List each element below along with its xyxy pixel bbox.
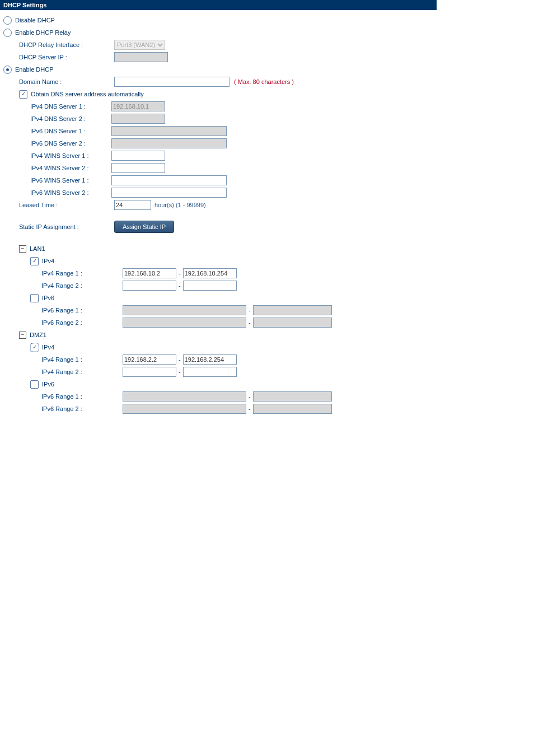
dmz1-ipv6-r1-start — [123, 391, 246, 402]
ipv4-wins1-label: IPv4 WINS Server 1 : — [30, 152, 111, 159]
ipv6-dns1-label: IPv6 DNS Server 1 : — [30, 128, 111, 134]
auto-dns-checkbox[interactable] — [19, 90, 27, 99]
lan1-ipv4-r2-end[interactable] — [183, 281, 237, 291]
leased-time-input[interactable] — [114, 200, 151, 210]
ipv4-dns1-input — [111, 101, 165, 111]
lan1-ipv6-r1-end — [253, 305, 332, 315]
lan1-ipv6-r2-start — [123, 318, 246, 328]
lan1-title: LAN1 — [30, 245, 45, 252]
ipv6-dns1-input — [111, 126, 227, 136]
lan1-ipv4-r1-label: IPv4 Range 1 : — [41, 270, 123, 277]
ipv4-dns2-label: IPv4 DNS Server 2 : — [30, 115, 111, 122]
lan1-ipv4-r1-end[interactable] — [183, 268, 237, 278]
ipv6-dns1-row: IPv6 DNS Server 1 : — [3, 125, 433, 137]
panel-title: DHCP Settings — [0, 0, 437, 10]
assign-static-ip-button[interactable]: Assign Static IP — [114, 221, 174, 233]
range-separator: - — [179, 282, 181, 289]
range-separator: - — [249, 319, 251, 326]
ipv4-dns1-row: IPv4 DNS Server 1 : — [3, 101, 433, 112]
lan1-ipv4-r2-start[interactable] — [123, 281, 176, 291]
ipv6-wins1-input[interactable] — [111, 175, 227, 185]
lan1-ipv6-label: IPv6 — [42, 295, 54, 301]
lan1-ipv6-r1-row: IPv6 Range 1 : - — [3, 305, 433, 316]
relay-serverip-input — [114, 52, 168, 62]
ipv6-wins1-label: IPv6 WINS Server 1 : — [30, 177, 111, 184]
ipv6-wins1-row: IPv6 WINS Server 1 : — [3, 175, 433, 186]
enable-relay-radio[interactable] — [3, 29, 12, 37]
dmz1-ipv6-r2-end — [253, 404, 332, 414]
dmz1-ipv6-r2-start — [123, 404, 246, 414]
lan1-ipv6-checkbox[interactable] — [30, 294, 39, 302]
domain-label: Domain Name : — [19, 78, 114, 85]
domain-input[interactable] — [114, 77, 229, 87]
dmz1-ipv6-label: IPv6 — [42, 381, 54, 388]
ipv4-wins2-row: IPv4 WINS Server 2 : — [3, 162, 433, 174]
disable-dhcp-label: Disable DHCP — [15, 17, 55, 24]
range-separator: - — [179, 270, 181, 277]
relay-interface-select: Port3 (WAN2) — [114, 40, 165, 50]
relay-interface-label: DHCP Relay Interface : — [19, 41, 114, 48]
collapse-icon[interactable]: − — [19, 332, 26, 339]
dmz1-ipv4-checkbox[interactable] — [30, 343, 39, 352]
enable-relay-row: Enable DHCP Relay — [3, 27, 433, 38]
range-separator: - — [249, 405, 251, 412]
dmz1-ipv4-label: IPv4 — [42, 344, 54, 351]
leased-time-row: Leased Time : hour(s) (1 - 99999) — [3, 199, 433, 211]
disable-dhcp-radio[interactable] — [3, 16, 12, 25]
ipv4-wins1-input[interactable] — [111, 151, 165, 161]
collapse-icon[interactable]: − — [19, 245, 26, 253]
ipv6-dns2-input — [111, 138, 227, 148]
lan1-ipv4-label: IPv4 — [42, 258, 54, 264]
dmz1-ipv6-row: IPv6 — [3, 379, 433, 390]
dmz1-ipv6-r2-label: IPv6 Range 2 : — [41, 405, 123, 412]
enable-dhcp-row: Enable DHCP — [3, 64, 433, 75]
enable-dhcp-radio[interactable] — [3, 66, 12, 74]
dmz1-ipv6-r1-end — [253, 391, 332, 402]
lan1-ipv6-row: IPv6 — [3, 292, 433, 304]
ipv4-wins1-row: IPv4 WINS Server 1 : — [3, 150, 433, 161]
dmz1-ipv4-r1-row: IPv4 Range 1 : - — [3, 354, 433, 365]
relay-serverip-row: DHCP Server IP : — [3, 52, 433, 63]
range-separator: - — [179, 368, 181, 375]
range-separator: - — [249, 393, 251, 400]
ipv4-dns1-label: IPv4 DNS Server 1 : — [30, 103, 111, 110]
ipv4-wins2-label: IPv4 WINS Server 2 : — [30, 165, 111, 171]
dmz1-ipv4-r1-label: IPv4 Range 1 : — [41, 356, 123, 363]
auto-dns-row: Obtain DNS server address automatically — [3, 88, 433, 100]
lan1-ipv4-r1-start[interactable] — [123, 268, 176, 278]
static-ip-label: Static IP Assignment : — [19, 223, 114, 230]
relay-serverip-label: DHCP Server IP : — [19, 54, 114, 60]
dmz1-ipv4-r2-start[interactable] — [123, 367, 176, 377]
ipv4-dns2-row: IPv4 DNS Server 2 : — [3, 113, 433, 124]
range-separator: - — [179, 356, 181, 363]
enable-dhcp-label: Enable DHCP — [15, 66, 53, 73]
lan1-header: − LAN1 — [3, 243, 433, 254]
dmz1-title: DMZ1 — [30, 332, 46, 338]
dmz1-ipv6-checkbox[interactable] — [30, 380, 39, 389]
domain-hint: ( Max. 80 characters ) — [234, 78, 294, 85]
dmz1-ipv4-r2-label: IPv4 Range 2 : — [41, 368, 123, 375]
enable-relay-label: Enable DHCP Relay — [15, 29, 71, 36]
ipv6-wins2-input[interactable] — [111, 188, 227, 198]
lan1-ipv4-r2-row: IPv4 Range 2 : - — [3, 280, 433, 291]
dhcp-settings-panel: DHCP Settings Disable DHCP Enable DHCP R… — [0, 0, 437, 421]
auto-dns-label: Obtain DNS server address automatically — [31, 91, 144, 97]
ipv4-wins2-input[interactable] — [111, 163, 165, 173]
dmz1-ipv4-r2-end[interactable] — [183, 367, 237, 377]
lan1-ipv6-r2-end — [253, 318, 332, 328]
ipv4-dns2-input — [111, 114, 165, 124]
lan1-ipv6-r2-row: IPv6 Range 2 : - — [3, 317, 433, 328]
ipv6-wins2-row: IPv6 WINS Server 2 : — [3, 187, 433, 198]
dmz1-ipv4-r1-start[interactable] — [123, 354, 176, 365]
dmz1-ipv4-row: IPv4 — [3, 342, 433, 353]
lan1-ipv4-checkbox[interactable] — [30, 257, 39, 265]
dmz1-ipv6-r1-row: IPv6 Range 1 : - — [3, 391, 433, 402]
panel-content: Disable DHCP Enable DHCP Relay DHCP Rela… — [0, 10, 437, 421]
dmz1-ipv6-r1-label: IPv6 Range 1 : — [41, 393, 123, 400]
ipv6-dns2-row: IPv6 DNS Server 2 : — [3, 138, 433, 149]
domain-row: Domain Name : ( Max. 80 characters ) — [3, 76, 433, 87]
lan1-ipv4-row: IPv4 — [3, 255, 433, 267]
dmz1-ipv6-r2-row: IPv6 Range 2 : - — [3, 403, 433, 414]
dmz1-ipv4-r1-end[interactable] — [183, 354, 237, 365]
dmz1-ipv4-r2-row: IPv4 Range 2 : - — [3, 366, 433, 377]
